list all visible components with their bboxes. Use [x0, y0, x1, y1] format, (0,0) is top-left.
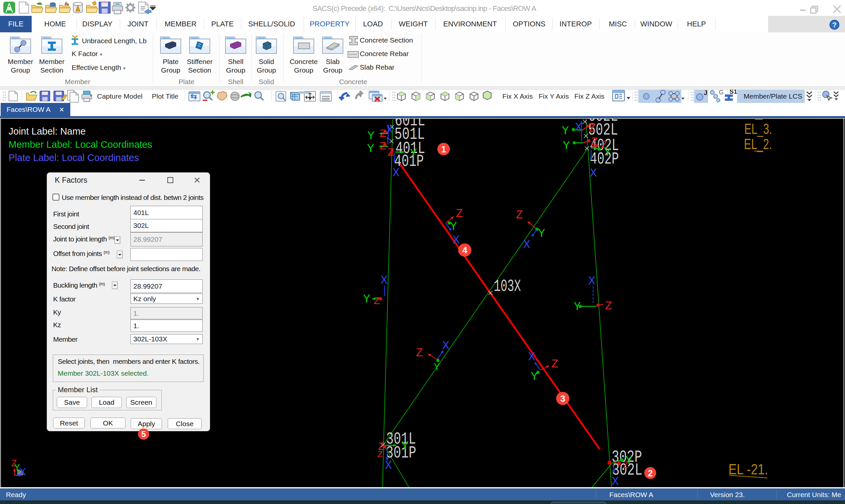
- svg-text:EL -21.: EL -21.: [728, 461, 768, 477]
- svg-text:Z: Z: [377, 450, 383, 460]
- svg-text:X: X: [612, 475, 619, 487]
- svg-text:Z: Z: [380, 128, 386, 140]
- svg-text:S1: S1: [729, 90, 737, 95]
- svg-text:EL_3.: EL_3.: [744, 121, 772, 137]
- svg-text:Y: Y: [538, 227, 545, 240]
- svg-text:Z: Z: [456, 207, 463, 221]
- svg-text:Y: Y: [563, 139, 570, 153]
- svg-text:Y: Y: [434, 361, 440, 373]
- svg-text:X: X: [386, 123, 393, 137]
- svg-text:X: X: [453, 234, 460, 247]
- svg-text:X: X: [528, 350, 535, 364]
- svg-text:Y: Y: [363, 292, 370, 306]
- svg-text:Z: Z: [551, 358, 559, 371]
- svg-text:4: 4: [462, 246, 467, 255]
- svg-text:X: X: [392, 166, 400, 180]
- svg-text:X: X: [588, 274, 596, 288]
- svg-text:J: J: [704, 90, 707, 96]
- svg-text:Y: Y: [14, 463, 20, 474]
- svg-text:Z: Z: [516, 209, 523, 222]
- svg-text:X: X: [442, 339, 450, 353]
- svg-text:X: X: [575, 121, 582, 134]
- svg-text:Z: Z: [589, 122, 596, 135]
- svg-text:Y: Y: [450, 220, 457, 234]
- svg-text:Y: Y: [367, 142, 374, 156]
- svg-text:Y: Y: [367, 129, 375, 143]
- svg-text:1: 1: [441, 144, 446, 155]
- svg-text:3: 3: [560, 394, 565, 404]
- svg-text:Y: Y: [604, 146, 611, 159]
- svg-text:2: 2: [648, 468, 653, 478]
- svg-text:Z: Z: [605, 300, 612, 313]
- svg-text:X: X: [19, 466, 26, 479]
- svg-text:X: X: [385, 459, 392, 472]
- svg-text:103X: 103X: [494, 277, 521, 296]
- svg-text:Z: Z: [416, 346, 423, 360]
- svg-text:X: X: [381, 274, 388, 287]
- svg-text:X: X: [590, 166, 597, 180]
- svg-text:G: G: [719, 90, 723, 96]
- svg-text:EL_2.: EL_2.: [744, 136, 772, 152]
- svg-text:?: ?: [832, 21, 837, 29]
- svg-text:Y: Y: [410, 147, 417, 160]
- svg-text:X: X: [523, 238, 530, 252]
- svg-text:Y: Y: [401, 439, 409, 453]
- svg-text:Z: Z: [374, 295, 380, 307]
- svg-text:Y: Y: [531, 370, 538, 384]
- svg-text:Y: Y: [562, 124, 569, 138]
- svg-text:Z: Z: [623, 460, 629, 471]
